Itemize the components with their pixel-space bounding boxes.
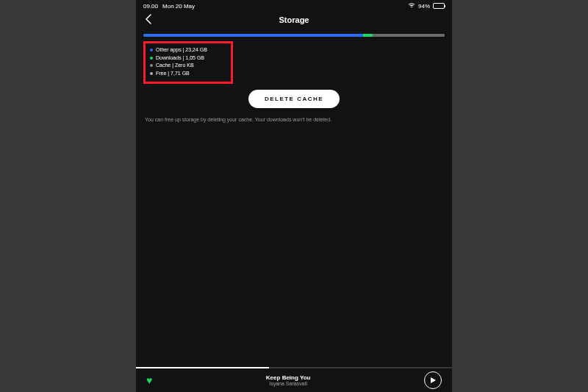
legend-label: Cache | Zero KB <box>156 62 194 70</box>
hint-text: You can free up storage by deleting your… <box>143 117 445 122</box>
bar-segment-downloads <box>363 34 372 37</box>
track-title: Keep Being You <box>266 374 311 381</box>
page-title: Storage <box>279 15 309 24</box>
highlight-annotation: Other apps | 23,24 GB Downloads | 1,05 G… <box>143 41 233 84</box>
legend-label: Downloads | 1,05 GB <box>156 54 204 63</box>
legend-row-free: Free | 7,71 GB <box>150 70 226 78</box>
play-icon <box>431 377 436 383</box>
header: Storage <box>136 10 452 29</box>
bar-segment-free <box>373 34 445 37</box>
dot-icon <box>150 64 153 67</box>
battery-percent: 94% <box>418 3 430 10</box>
dot-icon <box>150 72 153 75</box>
battery-icon <box>433 3 445 9</box>
delete-cache-button[interactable]: DELETE CACHE <box>248 90 340 108</box>
legend-row-cache: Cache | Zero KB <box>150 62 226 70</box>
track-artist: Isyana Sarasvati <box>266 381 311 386</box>
now-playing-info: Keep Being You Isyana Sarasvati <box>266 374 311 386</box>
play-button[interactable] <box>424 371 442 389</box>
storage-bar <box>143 34 445 37</box>
status-bar: 09.00 Mon 20 May 94% <box>136 0 452 10</box>
legend-label: Free | 7,71 GB <box>156 70 190 78</box>
back-button[interactable] <box>143 13 155 25</box>
now-playing-bar[interactable]: ♥ Keep Being You Isyana Sarasvati <box>136 368 452 392</box>
legend-row-other: Other apps | 23,24 GB <box>150 46 226 54</box>
legend-row-downloads: Downloads | 1,05 GB <box>150 54 226 63</box>
heart-icon[interactable]: ♥ <box>146 374 152 386</box>
content: Other apps | 23,24 GB Downloads | 1,05 G… <box>136 29 452 122</box>
app-screen: 09.00 Mon 20 May 94% Storage Other apps <box>136 0 452 392</box>
wifi-icon <box>408 2 415 10</box>
status-date: Mon 20 May <box>162 3 195 10</box>
dot-icon <box>150 57 153 60</box>
dot-icon <box>150 49 153 51</box>
status-time: 09.00 <box>143 3 158 10</box>
legend-label: Other apps | 23,24 GB <box>156 46 207 54</box>
bar-segment-other <box>143 34 363 37</box>
